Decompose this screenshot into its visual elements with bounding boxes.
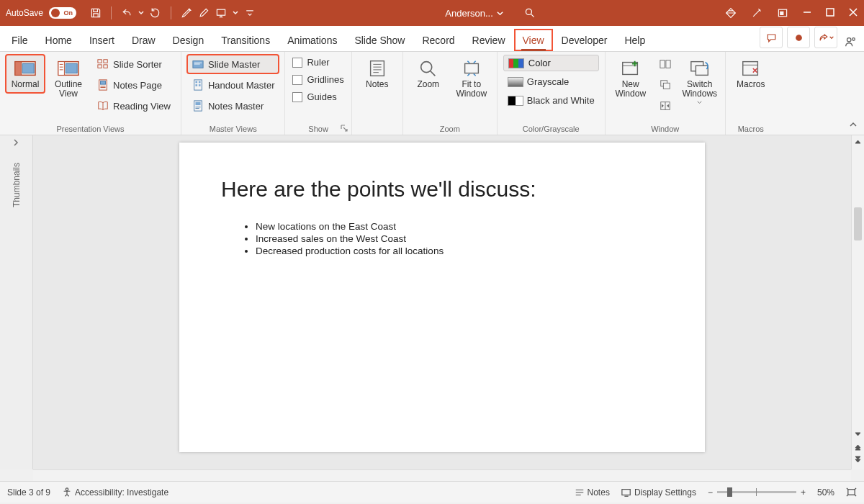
show-dialog-launcher[interactable] <box>341 125 348 132</box>
diamond-icon[interactable] <box>724 6 737 19</box>
svg-point-1 <box>526 9 531 14</box>
tab-review[interactable]: Review <box>464 29 514 51</box>
arrange-all-button[interactable] <box>654 55 676 73</box>
notes-button[interactable]: Notes <box>358 55 397 93</box>
switch-windows-label: Switch Windows <box>682 80 717 109</box>
reading-view-icon <box>96 99 109 112</box>
tab-slide-show[interactable]: Slide Show <box>346 29 413 51</box>
status-notes-button[interactable]: Notes <box>575 487 610 498</box>
quick-sparkle-icon[interactable] <box>180 6 193 19</box>
zoom-out-button[interactable]: − <box>708 487 713 498</box>
notes-master-button[interactable]: Notes Master <box>187 96 279 115</box>
tab-view-label: View <box>523 35 544 46</box>
scroll-up-icon[interactable] <box>854 138 863 146</box>
zoom-button[interactable]: Zoom <box>409 55 448 93</box>
share-button[interactable] <box>814 27 837 48</box>
search-button[interactable] <box>524 7 536 19</box>
display-settings-button[interactable]: Display Settings <box>621 487 696 498</box>
svg-rect-35 <box>663 83 670 89</box>
normal-view-button[interactable]: Normal <box>6 55 45 93</box>
svg-point-7 <box>852 38 855 41</box>
zoom-in-button[interactable]: + <box>801 487 806 498</box>
record-indicator-button[interactable] <box>787 27 810 48</box>
tab-help[interactable]: Help <box>616 29 654 51</box>
next-slide-icon[interactable] <box>854 455 863 464</box>
prev-slide-icon[interactable] <box>854 442 863 451</box>
grayscale-button[interactable]: Grayscale <box>503 73 599 90</box>
group-notes: Notes <box>352 52 402 135</box>
slide-title[interactable]: Here are the points we'll discuss: <box>221 177 663 202</box>
move-split-icon <box>659 99 672 112</box>
scrollbar-thumb[interactable] <box>854 207 862 240</box>
collab-icon[interactable] <box>840 35 861 48</box>
slide-master-button[interactable]: Slide Master <box>187 55 279 73</box>
svg-rect-30 <box>464 63 478 73</box>
wand-icon[interactable] <box>750 6 763 19</box>
svg-point-5 <box>796 35 801 40</box>
fit-to-window-button[interactable]: Fit to Window <box>452 55 491 102</box>
maximize-button[interactable] <box>825 7 835 19</box>
minimize-button[interactable] <box>802 7 812 19</box>
undo-icon[interactable] <box>120 6 133 19</box>
outline-view-button[interactable]: Outline View <box>49 55 88 102</box>
eyedropper-icon[interactable] <box>197 6 210 19</box>
vertical-scrollbar[interactable] <box>851 135 864 469</box>
tab-file[interactable]: File <box>3 29 37 51</box>
switch-windows-button[interactable]: Switch Windows <box>680 55 719 112</box>
expand-thumbnails-icon[interactable] <box>12 138 22 148</box>
black-white-button[interactable]: Black and White <box>503 92 599 109</box>
gridlines-checkbox[interactable]: Gridlines <box>291 72 345 87</box>
accessibility-status[interactable]: Accessibility: Investigate <box>62 487 168 498</box>
color-swatch-icon <box>508 58 524 68</box>
tab-animations[interactable]: Animations <box>279 29 346 51</box>
slide-bullet-list[interactable]: New locations on the East Coast Increase… <box>221 220 663 257</box>
svg-rect-3 <box>780 12 783 14</box>
zoom-track[interactable] <box>717 491 796 493</box>
save-icon[interactable] <box>89 6 102 19</box>
tab-transitions[interactable]: Transitions <box>212 29 279 51</box>
collapse-ribbon-button[interactable] <box>848 120 858 132</box>
tab-insert[interactable]: Insert <box>81 29 123 51</box>
svg-rect-24 <box>195 84 197 86</box>
zoom-slider[interactable]: − + <box>708 487 806 498</box>
tab-home[interactable]: Home <box>37 29 81 51</box>
guides-checkbox[interactable]: Guides <box>291 89 345 104</box>
scroll-down-icon[interactable] <box>854 429 863 438</box>
slide[interactable]: Here are the points we'll discuss: New l… <box>179 143 705 452</box>
window-mode-icon[interactable] <box>776 6 789 19</box>
new-window-button[interactable]: New Window <box>611 55 650 102</box>
color-button[interactable]: Color <box>503 55 599 71</box>
tab-record[interactable]: Record <box>413 29 463 51</box>
close-button[interactable] <box>848 7 858 19</box>
zoom-percent[interactable]: 50% <box>817 487 834 498</box>
handout-master-button[interactable]: Handout Master <box>187 76 279 94</box>
cascade-button[interactable] <box>654 76 676 94</box>
reading-view-button[interactable]: Reading View <box>92 96 175 115</box>
zoom-handle[interactable] <box>727 487 732 497</box>
tab-draw[interactable]: Draw <box>123 29 164 51</box>
undo-dropdown-icon[interactable] <box>138 6 145 19</box>
slide-canvas-area[interactable]: Here are the points we'll discuss: New l… <box>33 135 851 469</box>
present-icon[interactable] <box>215 6 228 19</box>
tab-view[interactable]: View <box>514 29 553 51</box>
move-split-button[interactable] <box>654 96 676 115</box>
comments-button[interactable] <box>760 27 783 48</box>
qat-overflow-icon[interactable] <box>243 6 256 19</box>
autosave-toggle[interactable]: On <box>49 7 76 19</box>
thumbnails-pane[interactable]: Thumbnails <box>0 135 33 469</box>
present-dropdown-icon[interactable] <box>232 6 239 19</box>
tab-developer[interactable]: Developer <box>553 29 616 51</box>
tab-design[interactable]: Design <box>164 29 213 51</box>
notes-page-button[interactable]: Notes Page <box>92 76 175 94</box>
notes-master-icon <box>192 99 204 112</box>
ribbon-tabs: File Home Insert Draw Design Transitions… <box>0 26 864 52</box>
horizontal-scrollbar[interactable] <box>33 469 851 481</box>
fit-slide-button[interactable] <box>846 487 857 498</box>
document-title[interactable]: Anderson... <box>445 8 504 19</box>
slide-sorter-button[interactable]: Slide Sorter <box>92 55 175 73</box>
ribbon-view: Normal Outline View Slide Sorter Notes P… <box>0 52 864 135</box>
macros-button[interactable]: Macros <box>732 55 770 93</box>
redo-icon[interactable] <box>149 6 162 19</box>
slide-counter[interactable]: Slide 3 of 9 <box>7 487 50 498</box>
ruler-checkbox[interactable]: Ruler <box>291 55 345 70</box>
